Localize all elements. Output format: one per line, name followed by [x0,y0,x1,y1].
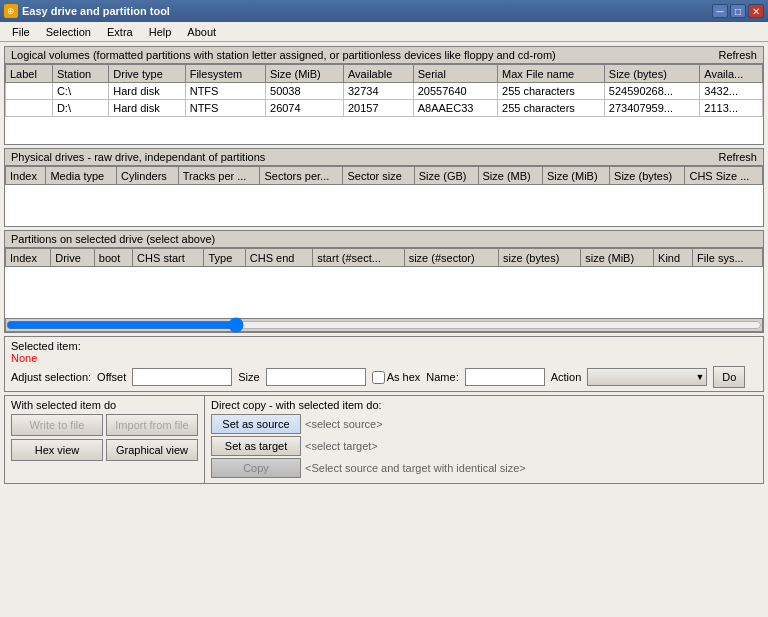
action-dropdown[interactable]: ▼ [587,368,707,386]
logical-volumes-table: Label Station Drive type Filesystem Size… [5,64,763,117]
import-from-file-button[interactable]: Import from file [106,414,198,436]
set-source-button[interactable]: Set as source [211,414,301,434]
logical-volumes-table-wrap[interactable]: Label Station Drive type Filesystem Size… [5,64,763,144]
partitions-title: Partitions on selected drive (select abo… [11,233,215,245]
col-label: Label [6,65,53,83]
with-selected-box: With selected item do Write to file Impo… [5,396,205,483]
offset-label: Offset [97,371,126,383]
name-label: Name: [426,371,458,383]
selected-item-area: Selected item: None Adjust selection: Of… [4,336,764,392]
h-scroll-input[interactable] [6,320,762,330]
bottom-actions-area: With selected item do Write to file Impo… [4,395,764,484]
selected-item-value: None [11,352,37,364]
col-serial: Serial [413,65,497,83]
partitions-header: Partitions on selected drive (select abo… [5,231,763,248]
minimize-button[interactable]: ─ [712,4,728,18]
partitions-table-wrap[interactable]: IndexDrivebootCHS startTypeCHS endstart … [5,248,763,318]
logical-refresh-button[interactable]: Refresh [718,49,757,61]
physical-drives-header: Physical drives - raw drive, independant… [5,149,763,166]
logical-volumes-header: Logical volumes (formatted partitions wi… [5,47,763,64]
direct-copy-box: Direct copy - with selected item do: Set… [205,396,763,483]
partitions-table: IndexDrivebootCHS startTypeCHS endstart … [5,248,763,267]
main-content: Logical volumes (formatted partitions wi… [0,42,768,617]
set-target-button[interactable]: Set as target [211,436,301,456]
menu-help[interactable]: Help [141,24,180,40]
app-icon: ⊕ [4,4,18,18]
hex-graphical-row: Hex view Graphical view [11,439,198,461]
logical-table-row[interactable]: D:\Hard diskNTFS2607420157A8AAEC33255 ch… [6,100,763,117]
title-bar: ⊕ Easy drive and partition tool ─ □ ✕ [0,0,768,22]
title-bar-text: Easy drive and partition tool [22,5,170,17]
col-station: Station [52,65,108,83]
as-hex-label: As hex [372,371,421,384]
hex-view-button[interactable]: Hex view [11,439,103,461]
col-filesystem: Filesystem [185,65,265,83]
copy-row: Copy <Select source and target with iden… [211,458,757,478]
horizontal-scrollbar[interactable] [5,318,763,332]
physical-drives-table-wrap[interactable]: IndexMedia typeCylindersTracks per ...Se… [5,166,763,226]
col-available: Available [343,65,413,83]
close-button[interactable]: ✕ [748,4,764,18]
adjust-label: Adjust selection: [11,371,91,383]
write-import-row: Write to file Import from file [11,414,198,436]
col-max-file-name: Max File name [498,65,605,83]
write-to-file-button[interactable]: Write to file [11,414,103,436]
logical-volumes-title: Logical volumes (formatted partitions wi… [11,49,556,61]
col-size-bytes: Size (bytes) [604,65,700,83]
set-target-row: Set as target <select target> [211,436,757,456]
menu-selection[interactable]: Selection [38,24,99,40]
set-source-row: Set as source <select source> [211,414,757,434]
logical-volumes-panel: Logical volumes (formatted partitions wi… [4,46,764,145]
col-drive-type: Drive type [109,65,185,83]
logical-table-row[interactable]: C:\Hard diskNTFS500383273420557640255 ch… [6,83,763,100]
physical-drives-title: Physical drives - raw drive, independant… [11,151,265,163]
action-label: Action [551,371,582,383]
with-selected-title: With selected item do [11,399,198,411]
size-input[interactable] [266,368,366,386]
direct-copy-title: Direct copy - with selected item do: [211,399,757,411]
physical-drives-panel: Physical drives - raw drive, independant… [4,148,764,227]
select-target-label: <select target> [305,440,378,452]
partitions-panel: Partitions on selected drive (select abo… [4,230,764,333]
name-input[interactable] [465,368,545,386]
menu-file[interactable]: File [4,24,38,40]
physical-refresh-button[interactable]: Refresh [718,151,757,163]
dropdown-arrow-icon: ▼ [695,372,704,382]
maximize-button[interactable]: □ [730,4,746,18]
menu-about[interactable]: About [179,24,224,40]
size-label: Size [238,371,259,383]
offset-input[interactable] [132,368,232,386]
title-bar-buttons: ─ □ ✕ [712,4,764,18]
as-hex-checkbox[interactable] [372,371,385,384]
copy-button[interactable]: Copy [211,458,301,478]
graphical-view-button[interactable]: Graphical view [106,439,198,461]
col-avail: Availa... [700,65,763,83]
select-same-label: <Select source and target with identical… [305,462,526,474]
select-source-label: <select source> [305,418,383,430]
physical-drives-table: IndexMedia typeCylindersTracks per ...Se… [5,166,763,185]
do-button[interactable]: Do [713,366,745,388]
menu-bar: File Selection Extra Help About [0,22,768,42]
adjust-row: Adjust selection: Offset Size As hex Nam… [11,366,757,388]
col-size-mib: Size (MiB) [266,65,344,83]
selected-item-label: Selected item: [11,340,81,352]
menu-extra[interactable]: Extra [99,24,141,40]
